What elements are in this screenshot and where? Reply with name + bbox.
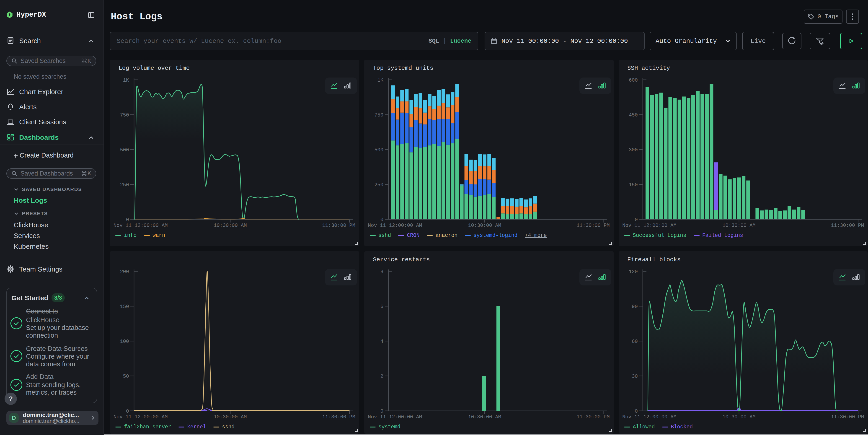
svg-text:0: 0 (635, 217, 638, 223)
svg-text:120: 120 (629, 269, 638, 275)
svg-text:11:30:00 PM: 11:30:00 PM (831, 223, 864, 228)
svg-text:Nov 11 12:00:00 AM: Nov 11 12:00:00 AM (622, 223, 677, 228)
svg-text:200: 200 (120, 269, 129, 275)
svg-text:0: 0 (380, 217, 383, 223)
svg-text:250: 250 (120, 182, 129, 188)
svg-text:0: 0 (380, 409, 383, 414)
svg-text:8: 8 (380, 269, 383, 275)
svg-text:90: 90 (632, 304, 638, 310)
svg-text:11:30:00 PM: 11:30:00 PM (577, 414, 610, 420)
svg-text:750: 750 (120, 113, 129, 118)
svg-text:10:30:00 AM: 10:30:00 AM (468, 414, 501, 420)
svg-text:0: 0 (126, 409, 129, 414)
svg-text:250: 250 (374, 182, 383, 188)
svg-text:1K: 1K (123, 77, 129, 83)
svg-text:450: 450 (629, 113, 638, 118)
svg-text:2: 2 (380, 374, 383, 379)
svg-text:Nov 11 12:00:00 AM: Nov 11 12:00:00 AM (114, 223, 168, 228)
svg-text:6: 6 (380, 304, 383, 310)
svg-text:30: 30 (632, 374, 638, 379)
svg-text:150: 150 (629, 182, 638, 188)
svg-text:11:30:00 PM: 11:30:00 PM (322, 223, 355, 228)
svg-text:10:30:00 AM: 10:30:00 AM (214, 414, 247, 420)
svg-text:4: 4 (380, 339, 383, 344)
svg-text:0: 0 (635, 409, 638, 414)
svg-text:Nov 11 12:00:00 AM: Nov 11 12:00:00 AM (368, 223, 422, 228)
svg-text:10:30:00 AM: 10:30:00 AM (722, 414, 755, 420)
svg-text:10:30:00 AM: 10:30:00 AM (214, 223, 247, 228)
svg-text:500: 500 (120, 147, 129, 153)
svg-text:600: 600 (629, 77, 638, 83)
svg-text:10:30:00 AM: 10:30:00 AM (468, 223, 501, 228)
svg-text:50: 50 (123, 374, 129, 379)
svg-text:Nov 11 12:00:00 AM: Nov 11 12:00:00 AM (114, 414, 168, 420)
svg-text:500: 500 (374, 147, 383, 153)
svg-text:100: 100 (120, 339, 129, 344)
svg-text:0: 0 (126, 217, 129, 223)
svg-text:11:30:00 PM: 11:30:00 PM (322, 414, 355, 420)
svg-text:11:30:00 PM: 11:30:00 PM (831, 414, 864, 420)
svg-text:11:30:00 PM: 11:30:00 PM (577, 223, 610, 228)
svg-text:Nov 11 12:00:00 AM: Nov 11 12:00:00 AM (622, 414, 677, 420)
svg-text:300: 300 (629, 147, 638, 153)
svg-text:Nov 11 12:00:00 AM: Nov 11 12:00:00 AM (368, 414, 422, 420)
svg-text:750: 750 (374, 113, 383, 118)
svg-text:1K: 1K (377, 77, 383, 83)
svg-text:150: 150 (120, 304, 129, 310)
svg-text:60: 60 (632, 339, 638, 344)
svg-text:10:30:00 AM: 10:30:00 AM (722, 223, 755, 228)
